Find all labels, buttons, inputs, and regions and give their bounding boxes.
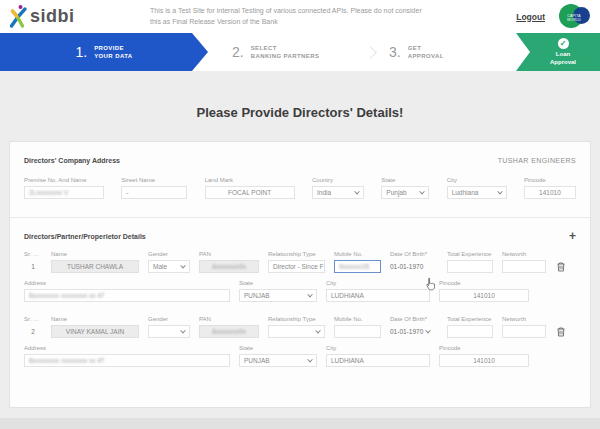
step-label: GET APPROVAL xyxy=(408,44,444,60)
sidbi-logo-icon xyxy=(8,4,29,30)
city-select[interactable]: Ludhiana xyxy=(447,186,507,199)
name-label: Name xyxy=(51,251,139,257)
step-label: PROVIDE YOUR DATA xyxy=(94,44,132,60)
chevron-down-icon xyxy=(315,327,321,333)
chevron-down-icon xyxy=(307,356,313,362)
step-number: 3. xyxy=(389,44,401,60)
city-label: City xyxy=(326,280,430,286)
mobile-input[interactable]: 9xxxxxx35 xyxy=(334,260,381,273)
networth-label: Networth xyxy=(502,316,546,322)
step-select-banking-partners[interactable]: 2. SELECT BANKING PARTNERS xyxy=(208,33,366,71)
step-number: 1. xyxy=(75,44,87,60)
networth-label: Networth xyxy=(502,251,546,257)
mobile-label: Mobile No. xyxy=(334,316,381,322)
experience-label: Total Experience xyxy=(447,251,493,257)
main-content: Please Provide Directors' Details! Direc… xyxy=(0,71,600,408)
sidbi-logo-text: sidbi xyxy=(30,6,75,27)
pan-label: PAN xyxy=(199,316,259,322)
pan-input[interactable]: Axxxxxxx9x xyxy=(199,325,259,338)
director-row: Sr. No. Name Gender PAN Relationship Typ… xyxy=(24,316,576,367)
landmark-label: Land Mark xyxy=(205,177,295,183)
address-input[interactable]: Bxxxxxxxx xxxxxxxx xx 4T xyxy=(24,354,230,367)
city-label: City xyxy=(447,177,507,183)
company-name: TUSHAR ENGINEERS xyxy=(498,157,576,164)
director-row: Sr. No. Name Gender PAN Relationship Typ… xyxy=(24,251,576,302)
relationship-select[interactable]: Director - Since F xyxy=(268,260,325,273)
chevron-down-icon xyxy=(307,291,313,297)
page-title: Please Provide Directors' Details! xyxy=(0,105,600,120)
landmark-input[interactable]: FOCAL POINT xyxy=(205,186,295,199)
test-site-disclaimer: This is a Test Site for internal Testing… xyxy=(150,6,428,27)
relationship-label: Relationship Type xyxy=(268,316,325,322)
name-input[interactable]: VINAY KAMAL JAIN xyxy=(51,325,139,338)
sidbi-logo: sidbi xyxy=(8,4,136,30)
chevron-down-icon xyxy=(419,188,425,194)
experience-input[interactable] xyxy=(447,260,493,273)
city-label: City xyxy=(326,345,430,351)
premise-input[interactable]: 2Lxxxxxxxx V xyxy=(24,186,104,199)
dob-label: Date Of Birth* xyxy=(390,316,438,322)
sr-no-label: Sr. No. xyxy=(24,316,42,322)
pincode-input[interactable]: 141010 xyxy=(524,186,576,199)
city-input[interactable]: LUDHIANA xyxy=(326,289,430,302)
city-input[interactable]: LUDHIANA xyxy=(326,354,430,367)
state-select[interactable]: Punjab xyxy=(381,186,429,199)
delete-row-button[interactable] xyxy=(556,326,566,337)
badge-text: CAPITA WORLD xyxy=(560,14,588,22)
step-get-approval[interactable]: 3. GET APPROVAL xyxy=(375,33,501,71)
pincode-label: Pincode xyxy=(524,177,576,183)
loan-approval-badge: ✓ Loan Approval xyxy=(516,33,600,71)
chevron-down-icon xyxy=(180,327,186,333)
pincode-input[interactable]: 141010 xyxy=(439,289,529,302)
chevron-down-icon xyxy=(425,327,431,333)
mobile-label: Mobile No. xyxy=(334,251,381,257)
gender-select[interactable] xyxy=(148,325,190,338)
pan-label: PAN xyxy=(199,251,259,257)
address-label: Address xyxy=(24,345,230,351)
top-bar: sidbi This is a Test Site for internal T… xyxy=(0,0,600,33)
chevron-down-icon xyxy=(354,188,360,194)
country-select[interactable]: India xyxy=(312,186,364,199)
gender-label: Gender xyxy=(148,316,190,322)
state-select[interactable]: PUNJAB xyxy=(239,354,317,367)
pincode-label: Pincode xyxy=(439,280,529,286)
address-label: Address xyxy=(24,280,230,286)
capitaworld-badge: CAPITA WORLD xyxy=(559,3,590,30)
address-input[interactable]: Bxxxxxxxx xxxxxxxx xx 4T xyxy=(24,289,230,302)
experience-label: Total Experience xyxy=(447,316,493,322)
pan-input[interactable]: Axxxxxxx9x xyxy=(199,260,259,273)
pincode-input[interactable]: 141010 xyxy=(439,354,529,367)
state-select[interactable]: PUNJAB xyxy=(239,289,317,302)
name-label: Name xyxy=(51,316,139,322)
street-input[interactable]: - xyxy=(121,186,187,199)
step-provide-your-data[interactable]: 1. PROVIDE YOUR DATA xyxy=(0,33,208,71)
state-label: State xyxy=(381,177,429,183)
directors-details-title: Directors/Partner/Properietor Details xyxy=(24,233,146,240)
relationship-label: Relationship Type xyxy=(268,251,325,257)
dob-picker[interactable]: 01-01-1970 xyxy=(390,328,438,335)
loan-approval-label: Loan Approval xyxy=(550,51,576,67)
delete-row-button[interactable] xyxy=(556,261,566,272)
dob-label: Date Of Birth* xyxy=(390,251,438,257)
networth-input[interactable] xyxy=(502,260,546,273)
experience-input[interactable] xyxy=(447,325,493,338)
pincode-label: Pincode xyxy=(439,345,529,351)
networth-input[interactable] xyxy=(502,325,546,338)
name-input[interactable]: TUSHAR CHAWLA xyxy=(51,260,139,273)
country-label: Country xyxy=(312,177,364,183)
progress-stepper: 1. PROVIDE YOUR DATA 2. SELECT BANKING P… xyxy=(0,33,600,71)
relationship-select[interactable] xyxy=(268,325,325,338)
gender-select[interactable]: Male xyxy=(148,260,190,273)
directors-details-section: Directors/Partner/Properietor Details + … xyxy=(10,218,590,367)
bottom-strip xyxy=(0,418,600,429)
add-director-button[interactable]: + xyxy=(569,231,576,241)
sr-no-value: 2 xyxy=(24,328,42,335)
sr-no-label: Sr. No. xyxy=(24,251,42,257)
state-label: State xyxy=(239,280,317,286)
gender-label: Gender xyxy=(148,251,190,257)
sr-no-value: 1 xyxy=(24,263,42,270)
dob-picker[interactable]: 01-01-1970 xyxy=(390,263,438,270)
state-label: State xyxy=(239,345,317,351)
logout-link[interactable]: Logout xyxy=(516,12,545,22)
mobile-input[interactable] xyxy=(334,325,381,338)
